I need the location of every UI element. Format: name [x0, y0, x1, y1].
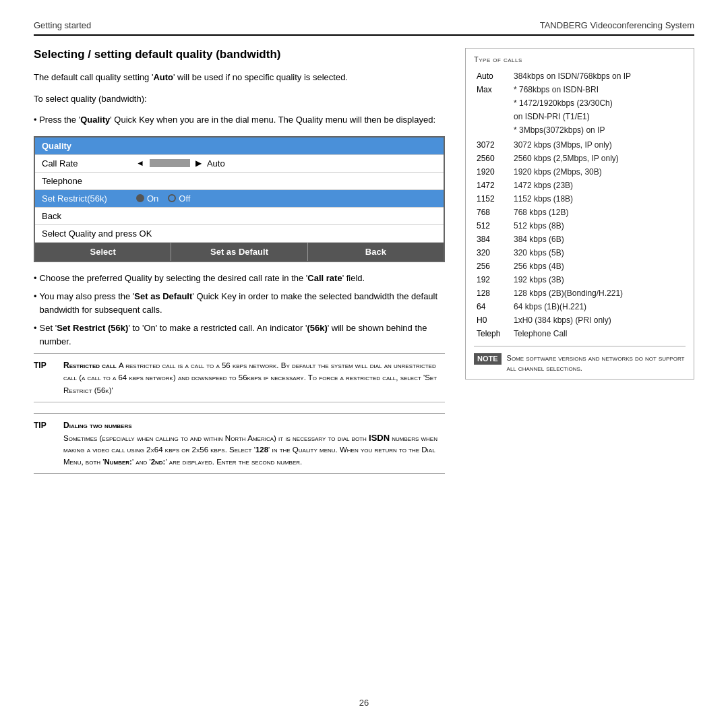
arrow-left-icon: ◄ — [136, 158, 144, 168]
select-button[interactable]: Select — [35, 243, 171, 261]
radio-off-label: Off — [179, 193, 190, 204]
rp-col1: 1920 — [474, 165, 511, 179]
radio-on-label: On — [147, 193, 158, 204]
56k-bold: (56k) — [307, 323, 327, 333]
rp-table: Auto384kbps on ISDN/768kbps on IPMax* 76… — [474, 69, 686, 340]
telephone-label: Telephone — [42, 176, 136, 186]
note-text: Some software versions and networks do n… — [507, 353, 686, 374]
menu-row-restrict: Set Restrict(56k) On Off — [35, 189, 444, 207]
rp-table-row: Max* 768kbps on ISDN-BRI — [474, 83, 686, 96]
bullet-sym-2: • — [34, 290, 37, 316]
quality-menu: Quality Call Rate ◄ ▶ Auto Telephone — [34, 136, 445, 262]
rp-col1: 384 — [474, 233, 511, 246]
header-left: Getting started — [34, 20, 91, 30]
back-button[interactable]: Back — [308, 243, 444, 261]
bullet-2: • You may also press the 'Set as Default… — [34, 290, 445, 316]
rp-col2: 2560 kbps (2,5Mbps, IP only) — [511, 152, 686, 165]
rp-col2: on ISDN-PRI (T1/E1) — [511, 110, 686, 123]
rp-col1: Auto — [474, 69, 511, 83]
callrate-control: ◄ ▶ Auto — [136, 158, 225, 169]
menu-row-telephone: Telephone — [35, 172, 444, 189]
tip-body-1: A restricted call is a call to a 56 kbps… — [63, 361, 437, 394]
rp-col2: 256 kbps (4B) — [511, 260, 686, 273]
header-center: TANDBERG Videoconferencing System — [540, 20, 694, 30]
auto-bold: Auto — [153, 72, 173, 82]
main-content: Selecting / setting default quality (ban… — [34, 48, 694, 691]
rp-col2: 1152 kbps (18B) — [511, 192, 686, 206]
page-title: Selecting / setting default quality (ban… — [34, 48, 445, 61]
rp-table-row: 256256 kbps (4B) — [474, 260, 686, 273]
rp-col2: 384kbps on ISDN/768kbps on IP — [511, 69, 686, 83]
rp-col1: 2560 — [474, 152, 511, 165]
set-as-default-button[interactable]: Set as Default — [171, 243, 307, 261]
rp-col2: 64 kbps (1B)(H.221) — [511, 300, 686, 313]
radio-off: Off — [168, 193, 190, 204]
rp-col2: 1xH0 (384 kbps) (PRI only) — [511, 313, 686, 327]
rp-table-row: 11521152 kbps (18B) — [474, 192, 686, 206]
rp-col1 — [474, 96, 511, 110]
bullet-1: • Choose the preferred Quality by select… — [34, 272, 445, 285]
menu-row-callrate: Call Rate ◄ ▶ Auto — [35, 154, 444, 172]
rp-col1: 64 — [474, 300, 511, 313]
rp-col2: 320 kbps (5B) — [511, 246, 686, 260]
rp-col2: 512 kbps (8B) — [511, 219, 686, 233]
rp-col1: 256 — [474, 260, 511, 273]
rp-col1: 320 — [474, 246, 511, 260]
rp-col2: 1472 kbps (23B) — [511, 179, 686, 192]
tip-body-2: Sometimes (especially when calling to an… — [63, 431, 445, 468]
tip-content-1: Restricted call A restricted call is a c… — [63, 359, 445, 396]
radio-on-dot — [136, 194, 144, 202]
callrate-label: Call Rate — [42, 158, 136, 169]
right-panel: Type of calls Auto384kbps on ISDN/768kbp… — [465, 48, 694, 380]
tip-label-2: TIP — [34, 419, 54, 431]
note-label: NOTE — [474, 353, 502, 365]
page-number: 26 — [34, 698, 694, 708]
rp-table-row: 14721472 kbps (23B) — [474, 179, 686, 192]
rp-table-row: * 1472/1920kbps (23/30Ch) — [474, 96, 686, 110]
rp-col1: H0 — [474, 313, 511, 327]
rp-table-row: 384384 kbps (6B) — [474, 233, 686, 246]
rp-col1 — [474, 123, 511, 137]
rp-table-row: 320320 kbps (5B) — [474, 246, 686, 260]
rp-table-row: 768768 kbps (12B) — [474, 206, 686, 219]
bullet-content-2: You may also press the 'Set as Default' … — [40, 290, 445, 316]
bullet-sym-3: • — [34, 322, 37, 348]
rp-col1: 768 — [474, 206, 511, 219]
rp-col1: 192 — [474, 273, 511, 286]
tip-content-2: Dialing two numbers Sometimes (especiall… — [63, 419, 445, 468]
rp-col2: 3072 kbps (3Mbps, IP only) — [511, 138, 686, 152]
rp-table-row: 19201920 kbps (2Mbps, 30B) — [474, 165, 686, 179]
intro-paragraph-1: The default call quality setting 'Auto' … — [34, 71, 445, 84]
rp-col2: 128 kbps (2B)(Bonding/H.221) — [511, 286, 686, 300]
rp-col2: 192 kbps (3B) — [511, 273, 686, 286]
rp-col2: * 768kbps on ISDN-BRI — [511, 83, 686, 96]
rp-table-row: 30723072 kbps (3Mbps, IP only) — [474, 138, 686, 152]
rp-col1 — [474, 110, 511, 123]
rp-table-row: Auto384kbps on ISDN/768kbps on IP — [474, 69, 686, 83]
rp-table-row: 25602560 kbps (2,5Mbps, IP only) — [474, 152, 686, 165]
menu-row-back: Back — [35, 207, 444, 224]
left-column: Selecting / setting default quality (ban… — [34, 48, 445, 691]
intro-paragraph-2: To select quality (bandwidth): — [34, 92, 445, 106]
quality-menu-title: Quality — [35, 138, 444, 154]
rp-table-row: 6464 kbps (1B)(H.221) — [474, 300, 686, 313]
tip-box-1: TIP Restricted call A restricted call is… — [34, 353, 445, 402]
rp-col1: 3072 — [474, 138, 511, 152]
rp-col1: 1472 — [474, 179, 511, 192]
rp-table-row: on ISDN-PRI (T1/E1) — [474, 110, 686, 123]
tip-title-1: Restricted call — [63, 361, 117, 370]
rp-table-row: 512512 kbps (8B) — [474, 219, 686, 233]
bullet-content-3: Set 'Set Restrict (56k)' to 'On' to make… — [40, 322, 445, 348]
setdefault-bold: Set as Default — [134, 291, 192, 301]
radio-off-dot — [168, 194, 176, 202]
rp-col2: * 1472/1920kbps (23/30Ch) — [511, 96, 686, 110]
page: Getting started TANDBERG Videoconferenci… — [0, 0, 728, 728]
rp-col2: * 3Mbps(3072kbps) on IP — [511, 123, 686, 137]
rp-col1: Teleph — [474, 327, 511, 340]
menu-buttons-row: Select Set as Default Back — [35, 242, 444, 261]
menu-select-row: Select Quality and press OK — [35, 224, 444, 242]
rp-col1: 512 — [474, 219, 511, 233]
tip-label-1: TIP — [34, 359, 54, 371]
rp-col2: 768 kbps (12B) — [511, 206, 686, 219]
right-panel-inner: Type of calls Auto384kbps on ISDN/768kbp… — [466, 49, 694, 379]
